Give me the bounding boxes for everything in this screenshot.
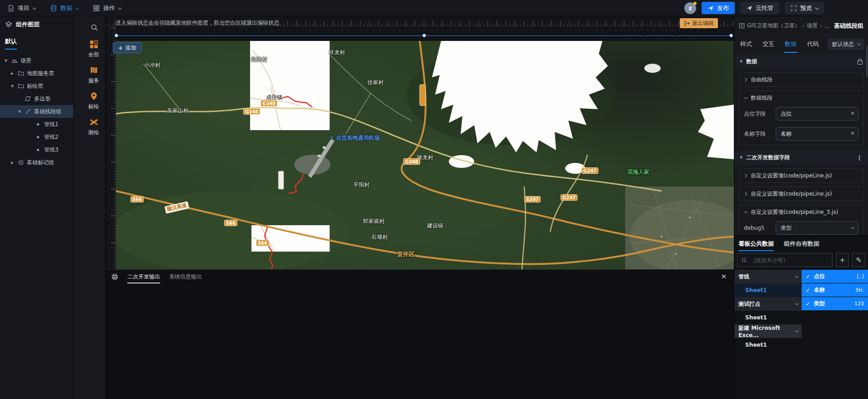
menu-project[interactable]: 项目 [0,0,43,16]
tree-item-label: 管线2 [44,133,59,141]
dataset-row[interactable]: 新建 Microsoft Exce... [734,324,802,338]
tab-default[interactable]: 默认 [5,37,17,50]
expand-arrow-icon[interactable] [11,160,18,165]
map-label: 郑家观村 [363,217,385,225]
satellite-map[interactable]: 先锋村祥龙村小冲村徐家村吴家山村骑龙村平阳村郑家观村建设镇石堰村成佳镇贡井区花海… [116,41,734,269]
name-field-input[interactable] [776,127,858,141]
chevron-down-icon [744,95,748,99]
dataset-row[interactable]: 测试打点 [734,297,802,311]
data-segment-header[interactable]: 数据线段 [739,91,863,105]
inspector-tab[interactable]: 代码 [807,35,819,53]
menu-data[interactable]: 数据 [43,0,85,16]
custom-setting-header-2[interactable]: 自定义设置项(code/pipeLine.js) [739,187,863,201]
dataset-row[interactable]: 管线 [734,270,802,283]
dev-data-section-header[interactable]: ▼ 二次开发数据字段 ⋮ [734,151,868,165]
kebab-menu-icon[interactable]: ⋮ [856,154,863,162]
rail-item-service[interactable]: 服务 [82,66,105,85]
tree-item-label: 基础线段组 [34,108,61,116]
tree-item[interactable]: 管线2 [0,131,73,143]
data-section-header[interactable]: ▼ 数据 [734,55,868,69]
debug5-label: debug5 [744,225,771,231]
field-type-badge: Str. [856,287,864,293]
clear-icon[interactable]: ✕ [850,110,855,116]
rail-item-survey[interactable]: 测绘 [82,117,105,136]
edit-dataset-button[interactable]: ✎ [852,253,865,267]
bullet-icon [35,149,44,151]
breadcrumb-scene[interactable]: 场景 [807,22,818,30]
user-avatar[interactable]: z [684,2,696,14]
field-row[interactable]: 类型 123 [802,297,868,311]
chevron-down-icon [744,209,748,213]
dataset-column: 管线 Sheet1 测试打点 Sheet1 新建 Microso [734,270,802,352]
map-label: 石堰村 [371,233,388,241]
add-point-button[interactable]: 添加 [113,42,141,53]
menu-operation[interactable]: 操作 [85,0,128,16]
tree-item-label: 地图服务层 [27,70,54,77]
breadcrumb-root[interactable]: GIS卫星地图（卫星） [747,22,800,30]
marker-icon [18,159,27,166]
dataset-row[interactable]: Sheet1 [734,311,802,324]
tree-item[interactable]: 基础标记组 [0,156,73,169]
console-tab[interactable]: 二次开发输出 [127,270,160,284]
tree-item[interactable]: 标绘层 [0,80,73,92]
preview-button[interactable]: 预览 [785,2,824,14]
chevron-down-icon [815,6,818,10]
close-icon[interactable]: ✕ [721,273,727,281]
selection-handle[interactable] [115,34,118,37]
tree-item[interactable]: 管线3 [0,143,73,156]
tree-item[interactable]: 管线1 [0,118,73,131]
inspector-tab[interactable]: 数据 [785,35,797,53]
chevron-down-icon [32,6,36,10]
selection-handle[interactable] [422,34,426,37]
tree-item[interactable]: 多边形 [0,92,73,105]
rail-item-plot[interactable]: 标绘 [82,91,105,111]
expand-arrow-icon[interactable] [11,84,18,88]
paper-plane-icon [746,5,753,11]
custom-setting-header-1[interactable]: 自定义设置项(code/pipeLine.js) [739,169,863,182]
inspector-tab[interactable]: 交互 [763,35,774,53]
custom-setting-group-2: 自定义设置项(code/pipeLine.js) [739,187,863,201]
publish-button[interactable]: 发布 [702,2,735,14]
layers-panel-title: 组件图层 [16,20,40,29]
expand-arrow-icon[interactable] [11,71,18,76]
tree-item-label: 多边形 [34,95,50,103]
search-icon[interactable] [83,24,105,31]
state-dropdown[interactable]: 默认状态 [828,38,864,50]
map-label: 自贡凤鸣通用机场 [330,134,380,142]
scrollbar-thumb[interactable] [866,45,868,77]
menu-data-label: 数据 [60,4,72,12]
tree-item[interactable]: 地图服务层 [0,67,73,80]
expand-arrow-icon[interactable] [5,58,11,63]
field-row[interactable]: 名称 Str. [802,283,868,297]
printer-icon[interactable] [111,273,118,280]
expand-arrow-icon[interactable] [18,109,25,114]
collapse-arrow-icon: ▼ [740,156,743,160]
field-row[interactable]: 点位 [..] [802,270,868,283]
survey-tools-icon [89,117,99,127]
data-browser-tab[interactable]: 组件自有数据 [784,236,819,251]
breadcrumb: GIS卫星地图（卫星） › 场景 › ... 基础线段组 [734,16,868,35]
lock-icon[interactable] [858,61,863,65]
point-field-input[interactable] [776,107,858,121]
add-dataset-button[interactable]: + [836,253,849,267]
free-segment-header[interactable]: 自由线段 [739,73,863,86]
grid-icon [93,5,100,12]
field-name: 类型 [814,300,825,308]
dataset-search-input[interactable] [750,257,828,263]
cloud-hosting-button[interactable]: 云托管 [740,2,779,14]
exit-edit-button[interactable]: 退出编辑 [680,18,718,28]
custom-setting-header-3[interactable]: 自定义设置项(code/pipeLine_3.js) [739,205,863,219]
clear-icon[interactable]: ✕ [850,130,855,136]
console-tab[interactable]: 系统信息输出 [169,270,202,284]
debug5-select[interactable]: 类型 [776,221,858,235]
rail-item-all[interactable]: 全部 [82,40,105,59]
dataset-row[interactable]: Sheet1 [734,283,802,297]
dataset-row[interactable]: Sheet1 [734,338,802,352]
breadcrumb-ellipsis[interactable]: ... [824,23,829,29]
data-browser-tab[interactable]: 看板公共数据 [738,236,774,251]
inspector-tab[interactable]: 样式 [740,35,752,53]
tree-item[interactable]: 基础线段组 [0,105,73,118]
editor-canvas[interactable]: 先锋村祥龙村小冲村徐家村吴家山村骑龙村平阳村郑家观村建设镇石堰村成佳镇贡井区花海… [106,16,734,399]
tree-item[interactable]: 场景 [0,54,73,67]
selection-handle[interactable] [729,34,733,37]
